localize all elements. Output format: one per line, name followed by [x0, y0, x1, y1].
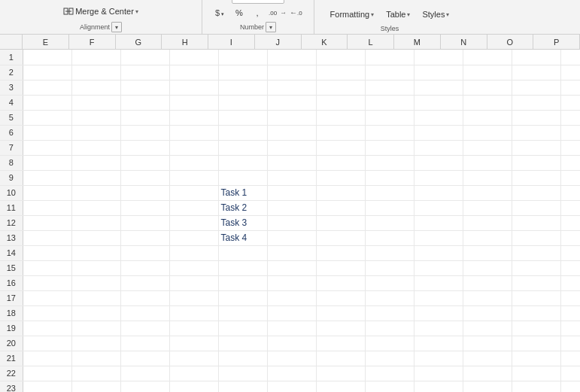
grid-cell[interactable]: [560, 366, 580, 381]
grid-cell[interactable]: [560, 155, 580, 170]
grid-cell[interactable]: [71, 110, 120, 125]
grid-cell[interactable]: [218, 170, 267, 185]
grid-cell[interactable]: [560, 336, 580, 351]
grid-cell[interactable]: [120, 110, 169, 125]
grid-cell[interactable]: [169, 65, 218, 80]
grid-cell[interactable]: [560, 200, 580, 215]
grid-cell[interactable]: [365, 381, 414, 392]
grid-cell[interactable]: [71, 200, 120, 215]
grid-cell[interactable]: [414, 65, 463, 80]
grid-cell[interactable]: [169, 80, 218, 95]
grid-cell[interactable]: [463, 230, 512, 245]
grid-cell[interactable]: [23, 275, 71, 290]
col-header-F[interactable]: F: [69, 35, 116, 49]
grid-cell[interactable]: [560, 95, 580, 110]
task-cell[interactable]: Task 3: [218, 215, 267, 230]
number-expand-btn[interactable]: ▾: [266, 22, 276, 32]
grid-cell[interactable]: [414, 290, 463, 305]
grid-cell[interactable]: [365, 215, 414, 230]
grid-cell[interactable]: [169, 381, 218, 392]
grid-cell[interactable]: [267, 245, 316, 260]
grid-cell[interactable]: [218, 140, 267, 155]
grid-cell[interactable]: [463, 200, 512, 215]
grid-cell[interactable]: [560, 110, 580, 125]
grid-cell[interactable]: [316, 321, 365, 336]
grid-cell[interactable]: [267, 155, 316, 170]
grid-cell[interactable]: [414, 50, 463, 65]
grid-cell[interactable]: [120, 305, 169, 321]
grid-cell[interactable]: [316, 215, 365, 230]
grid-cell[interactable]: [120, 245, 169, 260]
grid-cell[interactable]: [512, 366, 560, 381]
grid-cell[interactable]: [267, 336, 316, 351]
grid-cell[interactable]: [365, 110, 414, 125]
grid-cell[interactable]: [512, 65, 560, 80]
grid-cell[interactable]: [365, 230, 414, 245]
grid-cell[interactable]: [316, 185, 365, 200]
grid-cell[interactable]: [120, 275, 169, 290]
decrease-decimal-btn[interactable]: ←.0: [288, 6, 308, 20]
grid-cell[interactable]: [512, 230, 560, 245]
grid-cell[interactable]: [414, 305, 463, 321]
grid-cell[interactable]: [316, 95, 365, 110]
grid-cell[interactable]: [169, 95, 218, 110]
grid-cell[interactable]: [365, 321, 414, 336]
grid-cell[interactable]: [463, 321, 512, 336]
grid-cell[interactable]: [23, 230, 71, 245]
grid-cell[interactable]: [23, 155, 71, 170]
grid-cell[interactable]: [218, 305, 267, 321]
grid-cell[interactable]: [560, 290, 580, 305]
merge-center-btn[interactable]: Merge & Center ▾: [58, 3, 144, 20]
grid-cell[interactable]: [218, 245, 267, 260]
grid-cell[interactable]: [365, 245, 414, 260]
grid-cell[interactable]: [218, 50, 267, 65]
grid-cell[interactable]: [169, 305, 218, 321]
grid-cell[interactable]: [169, 215, 218, 230]
grid-cell[interactable]: [512, 185, 560, 200]
grid-cell[interactable]: [23, 321, 71, 336]
grid-cell[interactable]: [463, 110, 512, 125]
grid-cell[interactable]: [218, 275, 267, 290]
wrap-text-btn[interactable]: [65, 0, 82, 1]
grid-cell[interactable]: [316, 336, 365, 351]
grid-cell[interactable]: [463, 366, 512, 381]
grid-cell[interactable]: [512, 275, 560, 290]
grid-cell[interactable]: [560, 260, 580, 275]
grid-cell[interactable]: [560, 245, 580, 260]
grid-cell[interactable]: [365, 336, 414, 351]
grid-cell[interactable]: [218, 95, 267, 110]
grid-cell[interactable]: [463, 170, 512, 185]
grid-cell[interactable]: [169, 260, 218, 275]
grid-cell[interactable]: [463, 155, 512, 170]
grid-cell[interactable]: [169, 125, 218, 140]
grid-cell[interactable]: [414, 80, 463, 95]
grid-cell[interactable]: [267, 65, 316, 80]
grid-cell[interactable]: [267, 125, 316, 140]
grid-cell[interactable]: [23, 50, 71, 65]
grid-cell[interactable]: [267, 140, 316, 155]
grid-cell[interactable]: [512, 80, 560, 95]
grid-cell[interactable]: [463, 245, 512, 260]
grid-cell[interactable]: [23, 125, 71, 140]
grid-cell[interactable]: [169, 351, 218, 366]
grid-cell[interactable]: [71, 140, 120, 155]
grid-cell[interactable]: [169, 366, 218, 381]
grid-cell[interactable]: [365, 351, 414, 366]
grid-cell[interactable]: [463, 140, 512, 155]
col-header-E[interactable]: E: [23, 35, 69, 49]
grid-cell[interactable]: [316, 260, 365, 275]
grid-cell[interactable]: [560, 215, 580, 230]
grid-cell[interactable]: [120, 170, 169, 185]
grid-cell[interactable]: [512, 95, 560, 110]
task-cell[interactable]: Task 1: [218, 185, 267, 200]
format-as-table-btn[interactable]: Table ▾: [381, 6, 415, 23]
grid-cell[interactable]: [414, 245, 463, 260]
grid-cell[interactable]: [316, 110, 365, 125]
col-header-K[interactable]: K: [302, 35, 348, 49]
grid-cell[interactable]: [71, 230, 120, 245]
grid-cell[interactable]: [169, 275, 218, 290]
grid-cell[interactable]: [512, 290, 560, 305]
grid-cell[interactable]: [23, 110, 71, 125]
grid-cell[interactable]: [267, 290, 316, 305]
grid-cell[interactable]: [414, 336, 463, 351]
